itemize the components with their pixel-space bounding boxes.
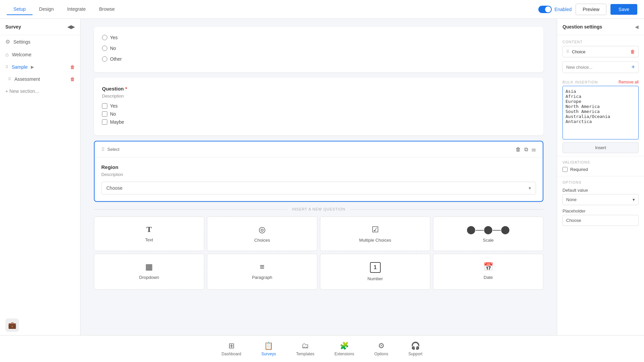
date-type-label: Date: [484, 275, 493, 280]
settings-question-button[interactable]: ⚌: [531, 146, 536, 153]
sidebar-header: Survey ◀▶: [0, 19, 80, 35]
number-type-icon: 1: [370, 262, 381, 273]
collapse-icon[interactable]: ◀: [635, 24, 639, 29]
question-type-dropdown[interactable]: ▦ Dropdown: [94, 254, 204, 290]
enabled-toggle[interactable]: [538, 6, 552, 13]
tab-browse[interactable]: Browse: [92, 4, 121, 15]
bottom-item-surveys[interactable]: 📋 Surveys: [261, 342, 276, 356]
extensions-icon: 🧩: [340, 342, 349, 350]
question-type-multiple-choices[interactable]: ☑ Multiple Choices: [320, 217, 430, 251]
required-checkbox-wrap: Required: [562, 167, 639, 172]
bulk-textarea[interactable]: Asia Africa Europe North America South A…: [562, 86, 639, 139]
drag-dots-icon: ⠿: [101, 147, 105, 152]
question-type-choices[interactable]: ◎ Choices: [207, 217, 317, 251]
tab-integrate[interactable]: Integrate: [60, 4, 92, 15]
duplicate-question-button[interactable]: ⧉: [524, 146, 528, 153]
prev-question-card: Yes No Other: [94, 27, 543, 72]
content-section-label: CONTENT: [557, 35, 644, 46]
insert-button[interactable]: Insert: [562, 142, 639, 153]
select-card-body: Region Description Choose ▾: [95, 158, 543, 201]
options-label: OPTIONS: [562, 180, 639, 184]
sidebar-section-sample[interactable]: ⠿ Sample ▶ 🗑: [0, 61, 80, 73]
bottom-item-extensions[interactable]: 🧩 Extensions: [334, 342, 354, 356]
drag-icon: ⠿: [5, 65, 8, 69]
preview-button[interactable]: Preview: [576, 4, 606, 15]
question-type-paragraph[interactable]: ≡ Paragraph: [207, 254, 317, 290]
support-icon: 🎧: [411, 342, 420, 350]
placeholder-label: Placeholder: [562, 208, 639, 214]
question-type-text[interactable]: T Text: [94, 217, 204, 251]
dashboard-icon: ⊞: [228, 342, 234, 350]
multiple-choices-type-label: Multiple Choices: [359, 238, 391, 243]
delete-question-button[interactable]: 🗑: [516, 146, 521, 153]
default-value-select[interactable]: None ▾: [562, 194, 639, 205]
checkbox-no: No: [102, 111, 535, 117]
required-label: Required: [570, 167, 588, 172]
save-button[interactable]: Save: [610, 4, 637, 15]
new-choice-input-wrap: +: [562, 61, 639, 73]
question-type-scale[interactable]: ⬤—⬤—⬤ Scale: [433, 217, 543, 251]
paragraph-type-label: Paragraph: [252, 275, 272, 280]
validations-label: VALIDATIONS: [562, 160, 639, 164]
right-panel: Question settings ◀ CONTENT ⠿ Choice 🗑 +…: [557, 19, 644, 335]
required-checkbox[interactable]: [562, 167, 568, 172]
radio-no: No: [102, 46, 535, 51]
bottom-item-dashboard[interactable]: ⊞ Dashboard: [222, 342, 241, 356]
question-type-number[interactable]: 1 Number: [320, 254, 430, 290]
delete-choice-type-icon[interactable]: 🗑: [630, 49, 635, 54]
dashboard-label: Dashboard: [222, 352, 241, 356]
delete-icon[interactable]: 🗑: [70, 64, 75, 70]
dropdown-choose[interactable]: Choose ▾: [101, 182, 536, 194]
bottom-item-support[interactable]: 🎧 Support: [408, 342, 422, 356]
radio-other: Other: [102, 56, 535, 62]
new-choice-field[interactable]: [563, 62, 628, 72]
sidebar-section-assessment[interactable]: ⠿ Assessment 🗑: [3, 73, 80, 85]
checkbox-maybe: Maybe: [102, 119, 535, 125]
insert-line-left: [94, 209, 288, 209]
bottom-item-options[interactable]: ⚙ Options: [374, 342, 388, 356]
radio-yes-label: Yes: [110, 35, 118, 40]
sidebar-item-settings[interactable]: ⚙ Settings: [0, 35, 80, 48]
settings-icon: ⚙: [5, 39, 10, 45]
bottom-item-templates[interactable]: 🗂 Templates: [296, 342, 315, 356]
paragraph-type-icon: ≡: [260, 262, 264, 272]
templates-icon: 🗂: [302, 342, 309, 350]
portfolio-icon[interactable]: 💼: [5, 318, 19, 332]
nav-right: Enabled Preview Save: [538, 4, 637, 15]
options-label: Options: [374, 352, 388, 356]
right-panel-title: Question settings: [562, 24, 602, 29]
sidebar-item-welcome[interactable]: ⌂ Welcome: [0, 48, 80, 61]
question-types-grid: T Text ◎ Choices ☑ Multiple Choices ⬤—⬤—…: [94, 217, 543, 290]
card-actions: 🗑 ⧉ ⚌: [516, 146, 536, 153]
radio-yes: Yes: [102, 35, 535, 40]
choice-type-label: Choice: [572, 49, 628, 54]
add-choice-button[interactable]: +: [628, 62, 638, 73]
validations-section: VALIDATIONS Required: [557, 156, 644, 176]
default-value-arrow-icon: ▾: [633, 197, 635, 202]
insert-section: INSERT A NEW QUESTION T Text ◎ Choices ☑…: [94, 207, 543, 290]
bottom-bar: ⊞ Dashboard 📋 Surveys 🗂 Templates 🧩 Exte…: [0, 335, 644, 362]
remove-all-button[interactable]: Remove all: [619, 80, 639, 84]
choice-type-row: ⠿ Choice 🗑: [562, 46, 639, 57]
question-type-date[interactable]: 📅 Date: [433, 254, 543, 290]
select-card-region: ⠿ Select 🗑 ⧉ ⚌ Region Description Choose…: [94, 141, 543, 202]
drag-icon-2: ⠿: [8, 77, 11, 81]
toggle-label: Enabled: [554, 7, 572, 12]
placeholder-field[interactable]: Choose: [562, 215, 639, 226]
insert-line-right: [350, 209, 543, 209]
sidebar-collapse[interactable]: ◀▶: [67, 24, 75, 29]
choices-type-label: Choices: [254, 238, 270, 243]
options-section: OPTIONS Default value None ▾ Placeholder…: [557, 176, 644, 233]
radio-other-label: Other: [110, 56, 122, 62]
select-card-header: ⠿ Select 🗑 ⧉ ⚌: [95, 141, 543, 158]
bulk-label-row: Bulk insertion Remove all: [557, 76, 644, 86]
section-assessment-label: Assessment: [14, 76, 40, 82]
main-layout: Survey ◀▶ ⚙ Settings ⌂ Welcome ⠿ Sample …: [0, 19, 644, 335]
new-section-button[interactable]: + New section...: [0, 85, 80, 97]
tab-design[interactable]: Design: [33, 4, 61, 15]
radio-no-label: No: [110, 46, 116, 51]
delete-icon-2[interactable]: 🗑: [70, 76, 75, 82]
tab-setup[interactable]: Setup: [7, 4, 33, 15]
region-desc: Description: [101, 172, 536, 177]
extensions-label: Extensions: [334, 352, 354, 356]
